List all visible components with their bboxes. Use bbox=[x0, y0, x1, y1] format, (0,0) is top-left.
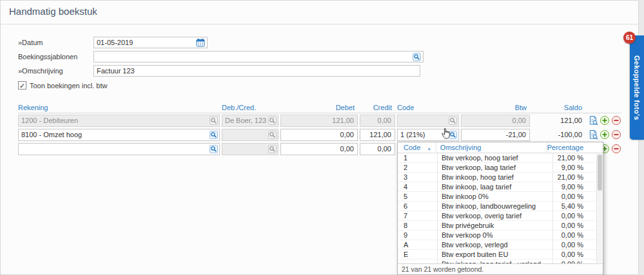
dropdown-footer: 21 van 21 worden getoond. bbox=[398, 263, 603, 274]
col-header-code: Code bbox=[397, 104, 414, 111]
dropdown-header: Code▲ Omschrijving Percentage bbox=[398, 142, 603, 153]
boekingssjablonen-label: Boekingssjablonen bbox=[18, 53, 77, 61]
col-header-saldo: Saldo bbox=[532, 104, 582, 111]
btw-field[interactable]: -21,00 bbox=[461, 129, 530, 141]
btw-option-omschrijving: Btw export buiten EU bbox=[437, 250, 552, 259]
tab-gekoppelde-fotos-label: Gekoppelde foto's bbox=[630, 35, 644, 140]
add-row-icon[interactable] bbox=[600, 115, 610, 126]
btw-option-percentage: 0,00 % bbox=[552, 250, 603, 259]
tab-gekoppelde-fotos[interactable]: Gekoppelde foto's bbox=[630, 35, 644, 140]
btw-option-code: 4 bbox=[398, 182, 437, 191]
debet-field[interactable]: 0,00 bbox=[280, 129, 358, 141]
title-divider bbox=[1, 24, 638, 24]
boekingssjablonen-lookup-icon[interactable] bbox=[413, 53, 421, 61]
scrollbar-thumb[interactable] bbox=[598, 155, 602, 191]
btw-option-code: 5 bbox=[398, 192, 437, 201]
rekening-lookup-icon bbox=[210, 117, 218, 125]
btw-option-percentage: 5,40 % bbox=[552, 202, 603, 211]
remove-row-icon[interactable] bbox=[611, 115, 621, 126]
btw-option-omschrijving: Btw inkoop, laag tarief bbox=[437, 182, 552, 191]
btw-option-row[interactable]: 1Btw verkoop, hoog tarief21,00 % bbox=[398, 153, 603, 163]
mouse-cursor bbox=[441, 128, 452, 140]
btw-option-row[interactable]: 9Btw verkoop 0%0,00 % bbox=[398, 231, 603, 240]
btw-option-omschrijving: Btw privégebruik bbox=[437, 221, 552, 230]
btw-option-row[interactable]: 4Btw inkoop, laag tarief9,00 % bbox=[398, 182, 603, 192]
debcred-field bbox=[222, 143, 278, 155]
btw-option-row[interactable]: 8Btw privégebruik0,00 % bbox=[398, 221, 603, 231]
toon-btw-checkbox[interactable]: ✓ bbox=[18, 81, 26, 90]
btw-option-percentage: 21,00 % bbox=[552, 173, 603, 182]
col-header-rekening: Rekening bbox=[18, 104, 48, 111]
btw-option-row[interactable]: 5Btw inkoop 0%0,00 % bbox=[398, 192, 603, 202]
btw-option-percentage: 0,00 % bbox=[552, 231, 603, 240]
add-row-icon[interactable] bbox=[600, 129, 610, 140]
calendar-icon[interactable] bbox=[196, 38, 205, 47]
debcred-lookup-icon bbox=[268, 117, 277, 125]
btw-option-percentage: 0,00 % bbox=[552, 240, 603, 249]
btw-option-row[interactable]: 2Btw verkoop, laag tarief9,00 % bbox=[398, 163, 603, 173]
btw-field: 0,00 bbox=[461, 115, 530, 127]
btw-option-code: A bbox=[398, 240, 437, 249]
row-actions bbox=[588, 115, 621, 126]
btw-option-row[interactable]: 3Btw inkoop, hoog tarief21,00 % bbox=[398, 173, 603, 182]
debcred-field bbox=[222, 129, 278, 141]
remove-row-icon[interactable] bbox=[611, 129, 621, 140]
rekening-field: 1200 - Debiteuren bbox=[18, 115, 220, 127]
btw-dropdown-rows: 1Btw verkoop, hoog tarief21,00 %2Btw ver… bbox=[398, 153, 603, 263]
document-search-icon[interactable] bbox=[588, 115, 598, 126]
credit-field: 0,00 bbox=[360, 115, 395, 127]
btw-option-code: 8 bbox=[398, 221, 437, 230]
debcred-lookup-icon bbox=[268, 145, 277, 153]
btw-option-row[interactable]: ABtw verkoop, verlegd0,00 % bbox=[398, 240, 603, 250]
btw-option-omschrijving: Btw inkoop, hoog tarief bbox=[437, 173, 552, 182]
btw-option-code: 6 bbox=[398, 202, 437, 211]
omschrijving-label: »Omschrijving bbox=[18, 67, 63, 75]
col-header-debet: Debet bbox=[280, 104, 355, 111]
remove-row-icon[interactable] bbox=[611, 144, 621, 154]
col-header-debcred: Deb./Cred. bbox=[222, 104, 256, 111]
header-divider bbox=[18, 113, 621, 113]
dropdown-header-omschrijving[interactable]: Omschrijving bbox=[436, 142, 547, 153]
btw-option-row[interactable]: 7Btw verkoop, overig tarief0,00 % bbox=[398, 211, 603, 221]
document-search-icon[interactable] bbox=[588, 129, 598, 140]
credit-field[interactable]: 121,00 bbox=[360, 129, 395, 141]
dropdown-header-percentage[interactable]: Percentage bbox=[547, 142, 603, 153]
btw-option-row[interactable]: 6Btw inkoop, landbouwregeling5,40 % bbox=[398, 202, 603, 211]
datum-label: »Datum bbox=[18, 39, 43, 46]
row-actions bbox=[588, 129, 621, 140]
dropdown-header-code[interactable]: Code▲ bbox=[398, 142, 436, 153]
boeking-row: 8100 - Omzet hoog 0,00 121,00 1 (21%) -2… bbox=[0, 129, 644, 142]
btw-code-dropdown: Code▲ Omschrijving Percentage 1Btw verko… bbox=[397, 142, 603, 275]
rekening-field[interactable] bbox=[18, 143, 220, 155]
debcred-field: De Boer, 123 bbox=[222, 115, 278, 127]
btw-option-percentage: 0,00 % bbox=[552, 221, 603, 230]
btw-option-percentage: 9,00 % bbox=[552, 182, 603, 191]
rekening-lookup-icon[interactable] bbox=[210, 145, 218, 153]
credit-field[interactable]: 0,00 bbox=[360, 143, 395, 155]
btw-option-omschrijving: Btw verkoop 0% bbox=[437, 231, 552, 240]
btw-option-row[interactable]: EBtw export buiten EU0,00 % bbox=[398, 250, 603, 260]
sort-asc-icon: ▲ bbox=[427, 146, 431, 151]
debet-field[interactable]: 0,00 bbox=[280, 143, 358, 155]
page-title: Handmatig boekstuk bbox=[9, 6, 97, 17]
col-header-credit: Credit bbox=[360, 104, 392, 111]
rekening-lookup-icon[interactable] bbox=[210, 131, 218, 139]
btw-option-code: 9 bbox=[398, 231, 437, 240]
col-header-btw: Btw bbox=[461, 104, 527, 111]
dropdown-scrollbar[interactable] bbox=[596, 154, 602, 263]
saldo-value: -100,00 bbox=[532, 129, 585, 141]
omschrijving-input[interactable] bbox=[93, 65, 420, 77]
btw-option-code: E bbox=[398, 250, 437, 259]
app-screen: Handmatig boekstuk »Datum Boekingssjablo… bbox=[0, 0, 644, 275]
boekingssjablonen-input[interactable] bbox=[93, 51, 424, 62]
photos-count-badge: 61 bbox=[623, 32, 636, 44]
btw-option-percentage: 21,00 % bbox=[552, 153, 603, 162]
datum-input[interactable] bbox=[93, 37, 208, 48]
btw-option-omschrijving: Btw verkoop, hoog tarief bbox=[437, 153, 552, 162]
btw-option-code: 7 bbox=[398, 211, 437, 220]
rekening-field[interactable]: 8100 - Omzet hoog bbox=[18, 129, 220, 141]
saldo-value: 121,00 bbox=[532, 115, 585, 127]
debet-field: 121,00 bbox=[280, 115, 358, 127]
btw-option-omschrijving: Btw verkoop, laag tarief bbox=[437, 163, 552, 172]
btw-option-omschrijving: Btw verkoop, verlegd bbox=[437, 240, 552, 249]
